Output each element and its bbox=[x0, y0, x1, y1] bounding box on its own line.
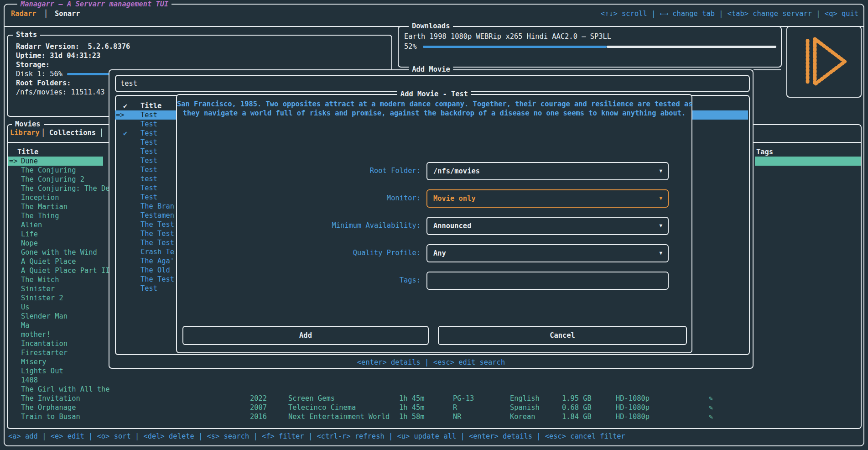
result-title: Test bbox=[140, 147, 157, 156]
monitor-label: Monitor: bbox=[177, 194, 421, 203]
dropdown-arrow-icon: ▼ bbox=[659, 168, 662, 174]
result-title: Test bbox=[140, 284, 157, 293]
root-folder-select[interactable]: /nfs/movies▼ bbox=[426, 162, 669, 180]
result-title: Test bbox=[140, 193, 157, 202]
result-title: The Aga' bbox=[140, 256, 174, 266]
movie-description: San Francisco, 1985. Two opposites attra… bbox=[177, 99, 691, 118]
result-title: Test bbox=[140, 110, 157, 120]
dropdown-arrow-icon: ▼ bbox=[659, 250, 662, 256]
dropdown-arrow-icon: ▼ bbox=[659, 223, 662, 229]
movie-description-line2: they navigate a world full of risks and … bbox=[177, 109, 691, 118]
quality-profile-select[interactable]: Any▼ bbox=[426, 244, 669, 262]
result-title: Test bbox=[140, 138, 157, 147]
quality-profile-label: Quality Profile: bbox=[177, 248, 421, 257]
result-title: Crash Te bbox=[140, 247, 174, 256]
movie-description-line1: San Francisco, 1985. Two opposites attra… bbox=[177, 99, 691, 109]
cancel-button[interactable]: Cancel bbox=[438, 326, 687, 345]
result-title: test bbox=[140, 174, 157, 183]
checkmark-icon: ✔ bbox=[123, 129, 127, 138]
minimum-availability-label: Minimum Availability: bbox=[177, 221, 421, 230]
result-title: Test bbox=[140, 165, 157, 174]
result-title: The Test bbox=[140, 275, 174, 284]
results-checkmark-header-icon: ✔ bbox=[123, 101, 127, 110]
tags-input[interactable] bbox=[426, 272, 669, 290]
add-movie-modal: Add Movie - Test San Francisco, 1985. Tw… bbox=[176, 94, 692, 353]
result-title: The Bran bbox=[140, 202, 174, 211]
managarr-app: Managarr — A Servarr management TUI Rada… bbox=[0, 0, 868, 450]
tags-label: Tags: bbox=[177, 276, 421, 285]
result-title: Test bbox=[140, 120, 157, 129]
add-button-label: Add bbox=[299, 331, 312, 340]
monitor-value: Movie only bbox=[433, 194, 476, 203]
monitor-select[interactable]: Movie only▼ bbox=[426, 189, 669, 208]
minimum-availability-select[interactable]: Announced▼ bbox=[426, 217, 669, 235]
result-title: The Old bbox=[140, 266, 170, 275]
root-folder-value: /nfs/movies bbox=[433, 167, 480, 176]
result-title: Test bbox=[140, 129, 157, 138]
result-title: The Test bbox=[140, 238, 174, 247]
selection-arrow-icon: => bbox=[116, 110, 125, 120]
quality-profile-value: Any bbox=[433, 249, 446, 258]
cancel-button-label: Cancel bbox=[550, 331, 575, 340]
minimum-availability-value: Announced bbox=[433, 221, 471, 230]
add-button[interactable]: Add bbox=[182, 326, 429, 345]
result-title: Test bbox=[140, 183, 157, 193]
dropdown-arrow-icon: ▼ bbox=[659, 195, 662, 202]
results-title-column-header: Title bbox=[140, 101, 161, 110]
result-title: Test bbox=[140, 156, 157, 165]
add-movie-modal-title: Add Movie - Test bbox=[397, 89, 471, 99]
result-title: The Test bbox=[140, 229, 174, 238]
result-title: The Test bbox=[140, 220, 174, 229]
result-title: Testamen bbox=[140, 211, 174, 220]
root-folder-label: Root Folder: bbox=[177, 166, 421, 175]
